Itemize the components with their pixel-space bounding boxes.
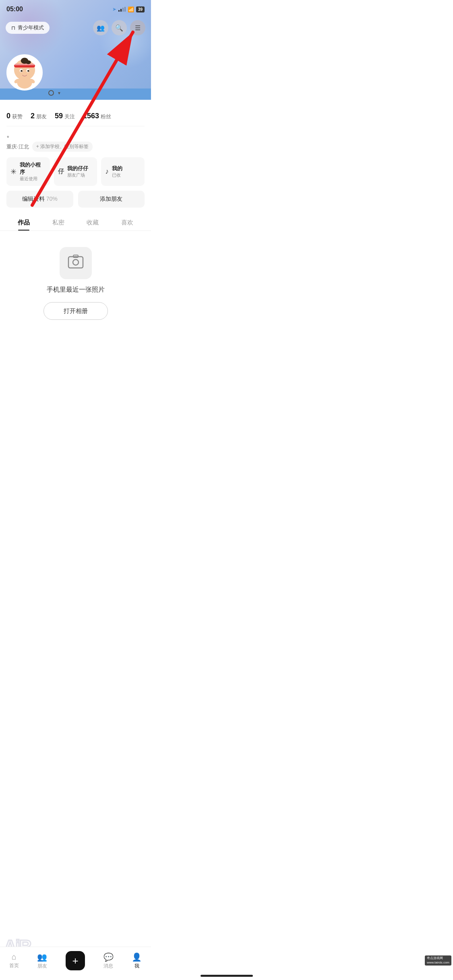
open-album-button[interactable]: 打开相册 — [43, 302, 108, 320]
tags-row: 重庆·江北 + 添加学校、性别等标签 — [6, 142, 145, 152]
svg-point-10 — [27, 70, 29, 72]
username-area: ▼ — [48, 90, 151, 96]
followers-count: 1563 — [83, 112, 99, 120]
top-nav: ⊓ 青少年模式 👥 🔍 ☰ — [0, 20, 151, 35]
mini-program-sub: 最近使用 — [20, 176, 46, 182]
mini-program-text: 我的小程序 最近使用 — [20, 161, 46, 182]
youth-mode-label: 青少年模式 — [18, 24, 44, 31]
quick-links: ✳ 我的小程序 最近使用 仔 我的仔仔 朋友广场 ♪ 我的 已收 — [6, 157, 145, 186]
stat-following[interactable]: 59 关注 — [55, 112, 75, 120]
location-tag: 重庆·江北 — [6, 143, 29, 150]
main-card: 0 获赞 2 朋友 59 关注 1563 粉丝 。 重庆·江北 + 添加学校、性… — [0, 101, 151, 336]
stat-likes: 0 获赞 — [6, 112, 23, 120]
menu-icon: ☰ — [135, 24, 141, 32]
svg-point-15 — [73, 259, 79, 265]
stat-friends[interactable]: 2 朋友 — [31, 112, 47, 120]
status-time: 05:00 — [6, 6, 23, 13]
stats-row: 0 获赞 2 朋友 59 关注 1563 粉丝 — [6, 108, 145, 126]
username-dot — [48, 90, 54, 96]
search-icon: 🔍 — [115, 24, 123, 32]
tab-likes-label: 喜欢 — [121, 219, 133, 226]
battery-indicator: 39 — [136, 6, 145, 12]
tab-works-label: 作品 — [18, 219, 30, 226]
status-bar: 05:00 ➤ 📶 39 — [0, 0, 151, 16]
friends-count: 2 — [31, 112, 35, 120]
signal-bars — [118, 7, 126, 12]
add-tags-label: + 添加学校、性别等标签 — [36, 143, 89, 150]
photo-icon — [68, 254, 84, 272]
quick-link-music[interactable]: ♪ 我的 已收 — [101, 157, 145, 186]
music-text: 我的 已收 — [112, 165, 122, 178]
avatar[interactable] — [6, 54, 43, 91]
quick-link-zaizi[interactable]: 仔 我的仔仔 朋友广场 — [54, 157, 97, 186]
mini-program-icon: ✳ — [10, 167, 17, 176]
edit-profile-pct: 70% — [46, 196, 58, 202]
tab-private[interactable]: 私密 — [41, 214, 76, 231]
svg-point-9 — [21, 70, 23, 72]
tab-favorites-label: 收藏 — [87, 219, 99, 226]
photo-placeholder-icon — [60, 247, 92, 279]
edit-profile-button[interactable]: 编辑资料 70% — [6, 191, 73, 208]
nav-icons: 👥 🔍 ☰ — [93, 20, 145, 35]
svg-rect-4 — [14, 64, 35, 66]
friends-icon: 👥 — [97, 24, 105, 32]
tab-works[interactable]: 作品 — [6, 214, 41, 231]
menu-icon-button[interactable]: ☰ — [130, 20, 145, 35]
followers-label: 粉丝 — [101, 113, 111, 120]
zaizi-sub: 朋友广场 — [67, 172, 88, 178]
friends-icon-button[interactable]: 👥 — [93, 20, 108, 35]
svg-point-11 — [17, 76, 32, 89]
tab-likes[interactable]: 喜欢 — [110, 214, 145, 231]
zaizi-text: 我的仔仔 朋友广场 — [67, 165, 88, 178]
youth-icon: ⊓ — [11, 25, 15, 31]
youth-mode-button[interactable]: ⊓ 青少年模式 — [6, 22, 50, 34]
add-tags-button[interactable]: + 添加学校、性别等标签 — [32, 142, 93, 152]
tab-favorites[interactable]: 收藏 — [76, 214, 110, 231]
quick-link-mini-programs[interactable]: ✳ 我的小程序 最近使用 — [6, 157, 50, 186]
dropdown-arrow[interactable]: ▼ — [57, 91, 61, 95]
bio-text: 。 — [6, 130, 145, 139]
music-icon: ♪ — [105, 167, 109, 176]
zaizi-icon: 仔 — [58, 168, 64, 175]
tabs-row: 作品 私密 收藏 喜欢 — [0, 214, 151, 231]
content-description: 手机里最近一张照片 — [47, 286, 105, 294]
music-title: 我的 — [112, 165, 122, 172]
edit-profile-label: 编辑资料 — [22, 196, 46, 202]
action-buttons: 编辑资料 70% 添加朋友 — [6, 191, 145, 208]
location-icon: ➤ — [112, 6, 116, 12]
following-count: 59 — [55, 112, 63, 120]
music-sub: 已收 — [112, 172, 122, 178]
status-icons: ➤ 📶 39 — [112, 6, 145, 12]
mini-program-title: 我的小程序 — [20, 161, 46, 176]
zaizi-title: 我的仔仔 — [67, 165, 88, 172]
content-area: 手机里最近一张照片 打开相册 — [6, 231, 145, 336]
following-label: 关注 — [64, 113, 75, 120]
add-friend-label: 添加朋友 — [100, 196, 122, 202]
svg-rect-14 — [68, 257, 83, 268]
tab-private-label: 私密 — [52, 219, 64, 226]
likes-label: 获赞 — [12, 113, 23, 120]
likes-count: 0 — [6, 112, 10, 120]
stat-followers[interactable]: 1563 粉丝 — [83, 112, 111, 120]
search-icon-button[interactable]: 🔍 — [112, 20, 127, 35]
svg-point-6 — [26, 60, 31, 64]
wifi-icon: 📶 — [128, 6, 134, 12]
friends-label: 朋友 — [36, 113, 47, 120]
add-friend-button[interactable]: 添加朋友 — [78, 191, 145, 208]
